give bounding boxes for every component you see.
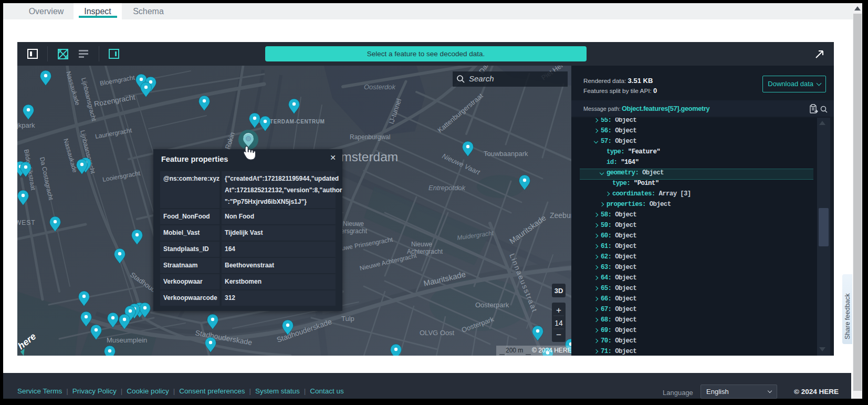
svg-text:© 2024 HERE: © 2024 HERE	[532, 347, 571, 354]
svg-text:Oosterpark: Oosterpark	[475, 301, 509, 309]
svg-text:+: +	[556, 305, 561, 315]
svg-text:Nieuwe: Nieuwe	[411, 241, 432, 248]
svg-text:Zeeburg: Zeeburg	[550, 211, 571, 220]
svg-text:Entrepotdok: Entrepotdok	[428, 184, 466, 192]
svg-text:−: −	[556, 330, 561, 340]
svg-text:Touwbaanpark: Touwbaanpark	[484, 150, 528, 158]
svg-text:Museumplein: Museumplein	[107, 336, 147, 344]
svg-text:Oosterdok: Oosterdok	[364, 83, 396, 91]
svg-text:Rapenburgwal: Rapenburgwal	[350, 133, 390, 141]
svg-text:Tulp: Tulp	[341, 315, 354, 323]
svg-text:ijkpark: ijkpark	[17, 121, 35, 129]
svg-text:3D: 3D	[555, 287, 563, 295]
svg-text:WEST: WEST	[17, 219, 36, 226]
svg-text:Nieuwe: Nieuwe	[343, 220, 364, 227]
svg-text:Search: Search	[469, 74, 494, 83]
svg-text:200 m: 200 m	[506, 347, 523, 354]
svg-text:14: 14	[555, 319, 563, 327]
svg-text:OLVG Oost: OLVG Oost	[420, 329, 455, 337]
